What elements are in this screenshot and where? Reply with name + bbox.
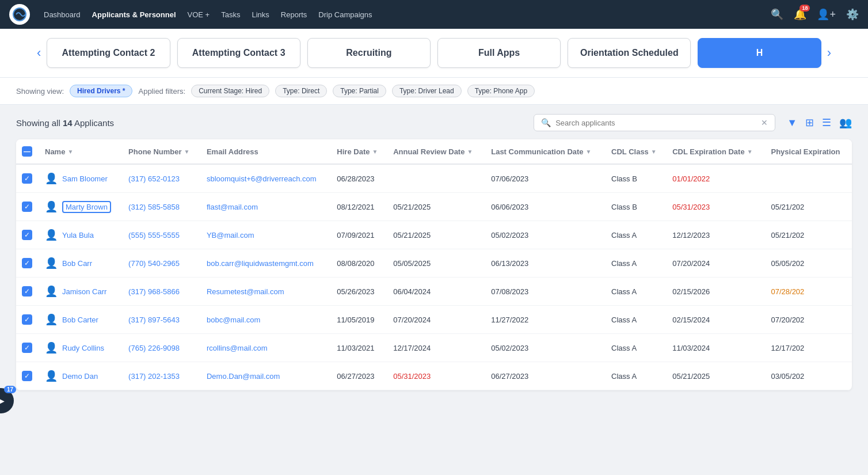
- toolbar-icons: ▼ ⊞ ☰ 👥: [787, 116, 852, 129]
- applicant-name[interactable]: Bob Carter: [62, 316, 98, 324]
- row-cdl-exp: 01/01/2022: [667, 164, 765, 193]
- applicant-name[interactable]: Jamison Carr: [62, 287, 106, 296]
- row-hire-date: 07/09/2021: [331, 221, 387, 249]
- filter-driver-lead[interactable]: Type: Driver Lead: [392, 85, 462, 97]
- col-physical-exp[interactable]: Physical Expiration: [766, 139, 852, 164]
- col-cdl-exp[interactable]: CDL Expiration Date▼: [667, 139, 765, 164]
- row-phone[interactable]: (317) 202-1353: [128, 372, 180, 381]
- row-phone[interactable]: (317) 897-5643: [128, 316, 180, 324]
- row-annual-review: 06/04/2024: [387, 278, 485, 306]
- applicant-name[interactable]: Rudy Collins: [62, 344, 104, 352]
- tab-attempting-contact-2[interactable]: Attempting Contact 2: [47, 38, 170, 68]
- layers-icon[interactable]: ☰: [822, 116, 831, 129]
- row-email[interactable]: bob.carr@liquidwastemgmt.com: [207, 259, 314, 268]
- nav-dashboard[interactable]: Dashboard: [44, 10, 81, 19]
- row-checkbox[interactable]: ✓: [22, 258, 32, 268]
- filter-stage[interactable]: Current Stage: Hired: [191, 85, 269, 97]
- tabs-prev-arrow[interactable]: ‹: [35, 45, 43, 60]
- avatar-icon: 👤: [45, 341, 58, 354]
- row-hire-date: 06/27/2023: [331, 362, 387, 390]
- filter-partial[interactable]: Type: Partial: [333, 85, 386, 97]
- col-name[interactable]: Name▼: [39, 139, 123, 164]
- row-email-cell: Resumetest@mail.com: [201, 278, 331, 306]
- col-cdl-class[interactable]: CDL Class▼: [606, 139, 667, 164]
- bottom-fab[interactable]: ▶ 17: [0, 388, 14, 413]
- group-icon[interactable]: 👥: [839, 116, 852, 129]
- row-phone[interactable]: (765) 226-9098: [128, 344, 180, 352]
- tab-recruiting[interactable]: Recruiting: [307, 38, 431, 68]
- col-hire-date[interactable]: Hire Date▼: [331, 139, 387, 164]
- row-hire-date: 05/26/2023: [331, 278, 387, 306]
- nav-applicants[interactable]: Applicants & Personnel: [92, 10, 176, 19]
- filter-icon[interactable]: ▼: [787, 117, 797, 129]
- row-annual-review: 05/31/2023: [387, 362, 485, 390]
- tab-full-apps[interactable]: Full Apps: [437, 38, 561, 68]
- row-checkbox[interactable]: ✓: [22, 371, 32, 381]
- table-row: ✓ 👤 Sam Bloomer (317) 652-0123 sbloomqui…: [16, 164, 852, 193]
- row-checkbox[interactable]: ✓: [22, 202, 32, 212]
- row-physical-exp: 05/21/202: [766, 221, 852, 249]
- col-last-comm[interactable]: Last Communication Date▼: [485, 139, 606, 164]
- row-email[interactable]: rcollins@mail.com: [207, 344, 268, 352]
- applicant-name[interactable]: Demo Dan: [62, 372, 98, 381]
- row-email[interactable]: Resumetest@mail.com: [207, 287, 284, 296]
- nav-reports[interactable]: Reports: [281, 10, 307, 19]
- nav-links-item[interactable]: Links: [252, 10, 269, 19]
- col-phone[interactable]: Phone Number▼: [123, 139, 201, 164]
- row-checkbox[interactable]: ✓: [22, 314, 32, 325]
- row-checkbox[interactable]: ✓: [22, 343, 32, 353]
- table-header: Showing all 14 Applicants 🔍 ✕ ▼ ⊞ ☰ 👥: [16, 114, 852, 131]
- tab-orientation-scheduled[interactable]: Orientation Scheduled: [568, 38, 691, 68]
- row-phone[interactable]: (317) 968-5866: [128, 287, 180, 296]
- row-last-comm: 06/06/2023: [485, 193, 606, 221]
- tab-attempting-contact-3[interactable]: Attempting Contact 3: [177, 38, 300, 68]
- notifications-button[interactable]: 🔔 18: [794, 8, 806, 21]
- filters-bar: Showing view: Hired Drivers * Applied fi…: [0, 78, 868, 105]
- avatar-icon: 👤: [45, 200, 58, 213]
- add-user-button[interactable]: 👤+: [817, 8, 836, 21]
- search-input[interactable]: [555, 119, 756, 127]
- tabs-next-arrow[interactable]: ›: [825, 45, 833, 60]
- applicant-name[interactable]: Yula Bula: [62, 231, 94, 240]
- nav-drip[interactable]: Drip Campaigns: [318, 10, 372, 19]
- row-phone[interactable]: (317) 652-0123: [128, 174, 180, 183]
- row-email[interactable]: YB@mail.com: [207, 231, 254, 240]
- row-phone-cell: (317) 652-0123: [123, 164, 201, 193]
- row-email[interactable]: sbloomquist+6@driverreach.com: [207, 174, 317, 183]
- filter-phone-app[interactable]: Type: Phone App: [467, 85, 535, 97]
- clear-search-icon[interactable]: ✕: [761, 118, 768, 127]
- row-email[interactable]: flast@mail.com: [207, 203, 258, 211]
- tab-hired[interactable]: H: [698, 38, 821, 68]
- applicant-name[interactable]: Marty Brown: [62, 201, 111, 213]
- stage-tabs: ‹ Attempting Contact 2 Attempting Contac…: [0, 29, 868, 78]
- row-hire-date: 08/12/2021: [331, 193, 387, 221]
- row-annual-review: 12/17/2024: [387, 334, 485, 362]
- col-email[interactable]: Email Address: [201, 139, 331, 164]
- row-checkbox[interactable]: ✓: [22, 230, 32, 240]
- row-email[interactable]: Demo.Dan@mail.com: [207, 372, 280, 381]
- applicant-count: 14: [63, 118, 73, 128]
- applicant-name[interactable]: Sam Bloomer: [62, 174, 108, 183]
- nav-tasks[interactable]: Tasks: [221, 10, 240, 19]
- row-checkbox[interactable]: ✓: [22, 173, 32, 184]
- settings-button[interactable]: ⚙️: [846, 8, 859, 21]
- row-checkbox[interactable]: ✓: [22, 286, 32, 297]
- avatar-icon: 👤: [45, 285, 58, 298]
- filter-direct[interactable]: Type: Direct: [275, 85, 327, 97]
- row-email[interactable]: bobc@mail.com: [207, 316, 260, 324]
- row-name-cell: 👤 Bob Carter: [39, 306, 123, 334]
- app-logo[interactable]: [9, 4, 30, 25]
- search-button[interactable]: 🔍: [771, 8, 783, 21]
- row-phone[interactable]: (312) 585-5858: [128, 203, 180, 211]
- row-cdl-exp: 05/21/2025: [667, 362, 765, 390]
- row-phone[interactable]: (770) 540-2965: [128, 259, 180, 268]
- row-cdl-exp: 07/20/2024: [667, 249, 765, 278]
- select-all-checkbox[interactable]: —: [22, 146, 32, 157]
- row-phone[interactable]: (555) 555-5555: [128, 231, 180, 240]
- col-annual-review[interactable]: Annual Review Date▼: [387, 139, 485, 164]
- grid-view-icon[interactable]: ⊞: [805, 116, 814, 129]
- applicant-name[interactable]: Bob Carr: [62, 259, 92, 268]
- row-phone-cell: (765) 226-9098: [123, 334, 201, 362]
- nav-voe[interactable]: VOE +: [188, 10, 210, 19]
- view-chip[interactable]: Hired Drivers *: [70, 85, 132, 97]
